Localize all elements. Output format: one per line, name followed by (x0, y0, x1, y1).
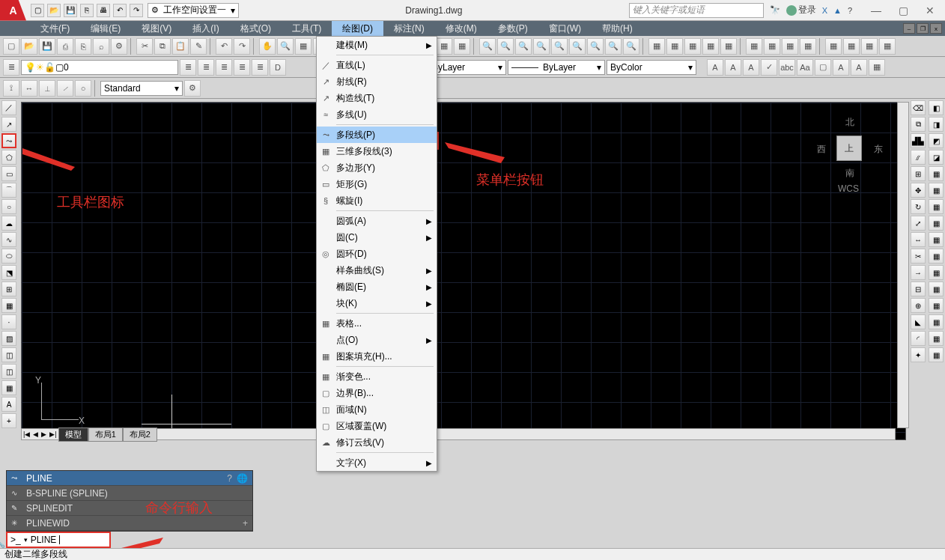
dd-item[interactable]: ▦图案填充(H)... (317, 348, 437, 365)
dd-item[interactable]: §螺旋(I) (317, 192, 437, 209)
tb-cut-icon[interactable]: ✂ (136, 38, 153, 55)
tb-paste-icon[interactable]: 📋 (172, 38, 189, 55)
tab-nav-last[interactable]: ▶| (48, 430, 58, 438)
fillet-icon[interactable]: ◜ (911, 331, 926, 346)
revcloud-icon[interactable]: ☁ (1, 216, 16, 231)
layer-selector[interactable]: 💡 ☀ 🔓 ▢ 0 (21, 60, 178, 75)
dd-item[interactable]: 点(O)▶ (317, 332, 437, 348)
spline-icon[interactable]: ∿ (1, 232, 16, 247)
mdi-minimize[interactable]: – (903, 23, 915, 34)
move-icon[interactable]: ✥ (911, 183, 926, 198)
qat-save-icon[interactable]: 💾 (64, 4, 77, 17)
app-logo[interactable]: A (0, 0, 26, 21)
erase-icon[interactable]: ⌫ (911, 100, 926, 115)
tb-btn[interactable]: 🔍 (497, 38, 514, 55)
text-btn[interactable]: ▢ (815, 59, 831, 76)
chamfer-icon[interactable]: ◣ (911, 314, 926, 329)
dd-item[interactable]: ☁修订云线(V) (317, 434, 437, 451)
mod-btn[interactable]: ▦ (929, 331, 944, 346)
tb-btn[interactable]: ▦ (800, 38, 816, 55)
tab-nav-first[interactable]: |◀ (22, 430, 31, 438)
dd-item[interactable]: 圆弧(A)▶ (317, 213, 437, 229)
qat-new-icon[interactable]: ▢ (31, 4, 44, 17)
rectangle-icon[interactable]: ▭ (1, 166, 16, 181)
dim-btn[interactable]: ○ (75, 80, 91, 97)
menu-insert[interactable]: 插入(I) (182, 21, 229, 37)
text-btn[interactable]: Aa (797, 59, 813, 76)
menu-help[interactable]: 帮助(H) (592, 21, 643, 37)
minimize-button[interactable]: — (867, 4, 885, 17)
qat-redo-icon[interactable]: ↷ (130, 4, 143, 17)
polygon-icon[interactable]: ⬠ (1, 150, 16, 165)
mod-btn[interactable]: ▦ (929, 249, 944, 264)
mod-btn[interactable]: ◩ (929, 133, 944, 148)
dd-item[interactable]: ◫面域(N) (317, 401, 437, 418)
ellipse-icon[interactable]: ⬭ (1, 249, 16, 264)
close-button[interactable]: ✕ (921, 4, 939, 17)
text-btn[interactable]: abc (779, 59, 795, 76)
cmd-suggest-row[interactable]: ✳ PLINEWID + (7, 516, 252, 531)
dd-item[interactable]: ▦三维多段线(3) (317, 143, 437, 159)
mod-btn[interactable]: ◧ (929, 100, 944, 115)
viewcube[interactable]: 北 西 东 南 上 WCS (815, 113, 883, 195)
mod-btn[interactable]: ▦ (929, 216, 944, 231)
tb-btn[interactable]: 🔍 (515, 38, 532, 55)
dd-item[interactable]: 建模(M)▶ (317, 37, 437, 53)
tb-btn[interactable]: ▦ (782, 38, 798, 55)
stretch-icon[interactable]: ↔ (911, 232, 926, 247)
mdi-close[interactable]: x (930, 23, 942, 34)
circle-icon[interactable]: ○ (1, 199, 16, 214)
xline-icon[interactable]: ↗ (1, 117, 16, 132)
tb-pan-icon[interactable]: ✋ (259, 38, 276, 55)
vc-face[interactable]: 上 (836, 136, 862, 161)
dim-btn[interactable]: ⟂ (39, 80, 55, 97)
mtext-icon[interactable]: A (1, 397, 16, 412)
tb-btn[interactable]: ▦ (666, 38, 683, 55)
tb-new-icon[interactable]: ▢ (3, 38, 19, 55)
tb-btn[interactable]: ▦ (764, 38, 780, 55)
dd-item[interactable]: ⤳多段线(P) (317, 127, 437, 143)
tb-btn[interactable]: ⎘ (75, 38, 91, 55)
workspace-selector[interactable]: ⚙ 工作空间设置一 ▾ (148, 3, 239, 18)
tb-btn[interactable]: ▦ (648, 38, 665, 55)
rotate-icon[interactable]: ↻ (911, 199, 926, 214)
tb-open-icon[interactable]: 📂 (21, 38, 37, 55)
tb-btn[interactable]: ⌕ (93, 38, 109, 55)
help-icon[interactable]: ? (848, 6, 852, 15)
dim-btn[interactable]: ⟟ (3, 80, 19, 97)
layer-btn[interactable]: ≣ (234, 59, 250, 76)
tb-zoom-icon[interactable]: 🔍 (277, 38, 294, 55)
text-btn[interactable]: A (707, 59, 723, 76)
menu-dimension[interactable]: 标注(N) (383, 21, 435, 37)
tb-redo-icon[interactable]: ↷ (234, 38, 250, 55)
table-icon[interactable]: ▦ (1, 380, 16, 395)
layer-mgr-icon[interactable]: ≣ (3, 59, 19, 76)
mod-btn[interactable]: ▦ (929, 265, 944, 280)
dd-item[interactable]: ↗射线(R) (317, 73, 437, 90)
scale-icon[interactable]: ⤢ (911, 216, 926, 231)
mod-btn[interactable]: ▦ (929, 199, 944, 214)
qat-saveas-icon[interactable]: ⎘ (80, 4, 94, 17)
menu-modify[interactable]: 修改(M) (435, 21, 487, 37)
mod-btn[interactable]: ▦ (929, 298, 944, 313)
mod-btn[interactable]: ◨ (929, 117, 944, 132)
command-input[interactable]: >_ ▾ PLINE (6, 532, 111, 548)
menu-format[interactable]: 格式(O) (230, 21, 282, 37)
dim-btn[interactable]: ⟋ (57, 80, 73, 97)
gradient-icon[interactable]: ◫ (1, 347, 16, 362)
qat-undo-icon[interactable]: ↶ (113, 4, 127, 17)
plus-icon[interactable]: + (243, 518, 248, 529)
linetype-selector[interactable]: ——— ByLayer ▾ (508, 60, 605, 75)
dd-item[interactable]: 椭圆(E)▶ (317, 279, 437, 295)
dd-item[interactable]: ▦渐变色... (317, 368, 437, 385)
tb-btn[interactable]: ▦ (720, 38, 737, 55)
tb-copy-icon[interactable]: ⧉ (154, 38, 171, 55)
layer-btn[interactable]: D (270, 59, 286, 76)
array-icon[interactable]: ⊞ (911, 166, 926, 181)
break-icon[interactable]: ⊟ (911, 281, 926, 296)
mirror-icon[interactable]: ▟▙ (911, 133, 926, 148)
drawing-canvas[interactable]: X Y 北 西 东 南 上 WCS (21, 102, 906, 440)
binoculars-icon[interactable]: 🔭 (770, 5, 780, 15)
insert-icon[interactable]: ⊞ (1, 281, 16, 296)
cmd-suggest-row[interactable]: ∿ B-SPLINE (SPLINE) (7, 486, 252, 501)
